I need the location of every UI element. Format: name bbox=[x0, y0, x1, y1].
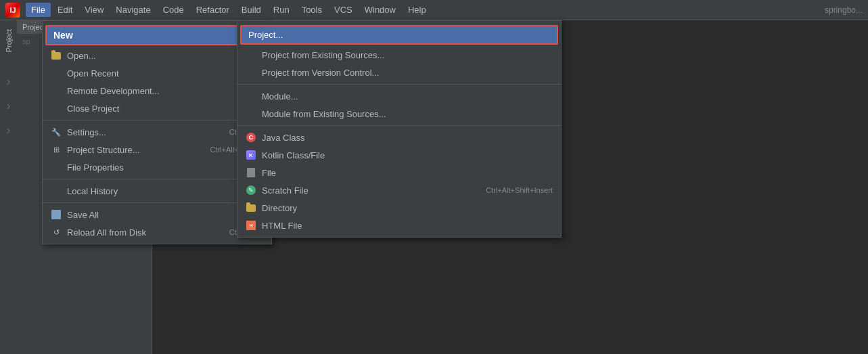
new-submenu-sep-1 bbox=[237, 84, 561, 85]
menu-vcs[interactable]: VCS bbox=[329, 3, 358, 17]
submenu-item-directory[interactable]: Directory bbox=[237, 199, 561, 217]
module-icon bbox=[246, 91, 256, 102]
menu-view[interactable]: View bbox=[79, 3, 109, 17]
sidebar: Project › › › bbox=[0, 20, 17, 354]
submenu-item-project-vcs-label: Project from Version Control... bbox=[262, 68, 553, 78]
open-recent-icon bbox=[51, 68, 62, 79]
menu-item-close-project-label: Close Project bbox=[67, 104, 263, 114]
submenu-item-project-label: Project... bbox=[248, 30, 550, 40]
project-structure-icon: ⊞ bbox=[51, 144, 62, 155]
submenu-item-module-existing[interactable]: Module from Existing Sources... bbox=[237, 105, 561, 123]
menu-code[interactable]: Code bbox=[158, 3, 189, 17]
kotlin-icon: K bbox=[246, 150, 256, 160]
submenu-item-project-existing-label: Project from Existing Sources... bbox=[262, 50, 553, 60]
menu-navigate[interactable]: Navigate bbox=[110, 3, 156, 17]
menu-item-new[interactable]: New ▶ bbox=[47, 26, 267, 44]
submenu-item-html-label: HTML File bbox=[262, 221, 553, 231]
menu-item-project-structure-label: Project Structure... bbox=[67, 145, 204, 155]
menu-item-open-label: Open... bbox=[67, 51, 263, 61]
java-class-icon: C bbox=[246, 132, 256, 143]
menu-item-local-history-label: Local History bbox=[67, 186, 252, 196]
submenu-item-kotlin-label: Kotlin Class/File bbox=[262, 150, 553, 160]
file-icon bbox=[246, 167, 256, 178]
scratch-icon: ✎ bbox=[246, 185, 256, 196]
menu-build[interactable]: Build bbox=[236, 3, 267, 17]
menu-item-file-properties-label: File Properties bbox=[67, 162, 252, 173]
local-history-icon bbox=[51, 185, 62, 196]
menu-tools[interactable]: Tools bbox=[296, 3, 327, 17]
menubar: IJ File Edit View Navigate Code Refactor… bbox=[0, 0, 868, 20]
settings-icon: 🔧 bbox=[51, 127, 62, 137]
menu-run[interactable]: Run bbox=[268, 3, 295, 17]
menu-edit[interactable]: Edit bbox=[52, 3, 78, 17]
submenu-item-module[interactable]: Module... bbox=[237, 87, 561, 105]
sidebar-chevron-3[interactable]: › bbox=[7, 123, 11, 137]
remote-dev-icon bbox=[51, 85, 62, 96]
module-existing-icon bbox=[246, 108, 256, 119]
sidebar-chevron-2[interactable]: › bbox=[7, 99, 11, 113]
menu-refactor[interactable]: Refactor bbox=[191, 3, 235, 17]
new-item-wrapper: New ▶ bbox=[45, 25, 269, 45]
sidebar-chevron-1[interactable]: › bbox=[7, 74, 11, 89]
submenu-item-project-vcs[interactable]: Project from Version Control... bbox=[237, 64, 561, 81]
submenu-item-html[interactable]: H HTML File bbox=[237, 217, 561, 234]
submenu-item-project-existing[interactable]: Project from Existing Sources... bbox=[237, 46, 561, 64]
submenu-item-file-label: File bbox=[262, 168, 553, 178]
sidebar-tab-project[interactable]: Project bbox=[3, 24, 15, 58]
submenu-item-directory-label: Directory bbox=[262, 203, 553, 213]
menu-window[interactable]: Window bbox=[359, 3, 401, 17]
menu-item-settings-label: Settings... bbox=[67, 127, 224, 137]
project-item-wrapper: Project... bbox=[240, 25, 558, 45]
project-vcs-icon bbox=[246, 67, 256, 78]
submenu-item-scratch-label: Scratch File bbox=[262, 185, 480, 196]
menu-item-remote-dev-label: Remote Development... bbox=[67, 86, 263, 96]
submenu-item-file[interactable]: File bbox=[237, 164, 561, 181]
menu-item-new-label: New bbox=[53, 30, 248, 41]
close-project-icon bbox=[51, 103, 62, 114]
save-all-icon bbox=[51, 209, 62, 220]
submenu-item-kotlin[interactable]: K Kotlin Class/File bbox=[237, 146, 561, 164]
menu-file[interactable]: File bbox=[26, 3, 51, 17]
scratch-shortcut: Ctrl+Alt+Shift+Insert bbox=[486, 186, 553, 194]
submenu-item-module-existing-label: Module from Existing Sources... bbox=[262, 109, 553, 119]
html-icon: H bbox=[246, 220, 256, 231]
file-properties-icon bbox=[51, 162, 62, 173]
submenu-item-module-label: Module... bbox=[262, 91, 553, 102]
submenu-item-java-class[interactable]: C Java Class bbox=[237, 129, 561, 146]
app-logo: IJ bbox=[5, 3, 20, 18]
project-existing-icon bbox=[246, 49, 256, 60]
folder-icon bbox=[51, 50, 62, 61]
submenu-item-java-class-label: Java Class bbox=[262, 133, 553, 143]
menu-item-reload-label: Reload All from Disk bbox=[67, 227, 224, 238]
submenu-item-scratch[interactable]: ✎ Scratch File Ctrl+Alt+Shift+Insert bbox=[237, 181, 561, 199]
new-submenu-sep-2 bbox=[237, 125, 561, 126]
submenu-item-project[interactable]: Project... bbox=[242, 26, 557, 43]
menu-help[interactable]: Help bbox=[403, 3, 432, 17]
menubar-title: springbo... bbox=[825, 5, 863, 15]
new-submenu: Project... Project from Existing Sources… bbox=[237, 20, 562, 238]
reload-icon: ↺ bbox=[51, 227, 62, 238]
menu-item-save-all-label: Save All bbox=[67, 210, 237, 220]
menu-item-open-recent-label: Open Recent bbox=[67, 68, 252, 79]
directory-icon bbox=[246, 202, 256, 213]
